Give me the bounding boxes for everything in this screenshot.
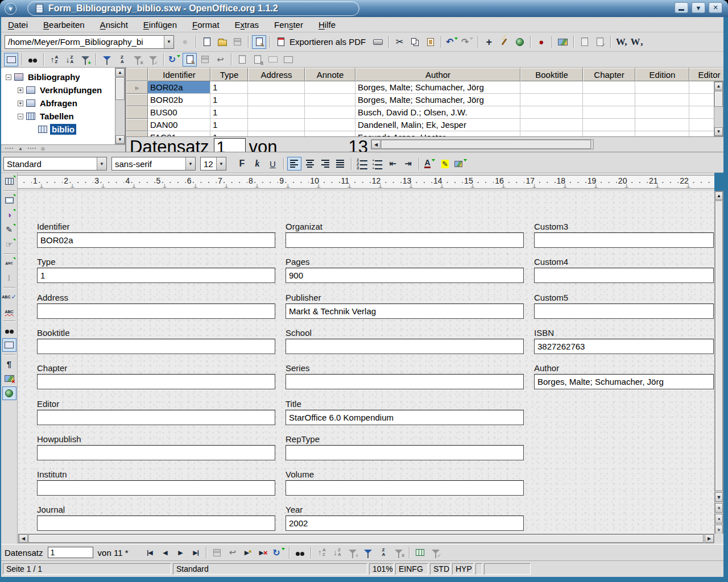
grid-cell[interactable] [248,94,305,106]
tab-stop-icon[interactable]: ⊥ [163,184,167,189]
apply-filter-icon[interactable]: ✓ [146,53,160,66]
tab-stop-icon[interactable]: ⊥ [655,184,660,189]
grid-cell[interactable] [520,106,583,119]
grid-cell[interactable]: Dandenell, Malin; Ek, Jesper [355,119,520,131]
w-icon-b[interactable]: W‚ [630,35,644,49]
grid-cell[interactable]: Borges, Malte; Schumacher, Jörg [355,94,520,106]
field-input-institutn[interactable] [37,480,275,496]
tree-expander-icon[interactable]: + [18,101,23,106]
indent-less-icon[interactable]: ⇤ [386,157,400,171]
field-input-address[interactable] [37,304,275,319]
grid-cell[interactable] [248,106,305,119]
row-header-cell[interactable] [126,131,148,136]
scroll-thumb[interactable] [381,140,591,149]
next-record-icon[interactable]: ▶ [173,546,187,559]
tree-item-label[interactable]: Tabellen [38,111,76,122]
nonprinting-icon[interactable]: ¶ [2,357,16,371]
grid-cell[interactable]: DAN00 [148,119,210,131]
grid-cell[interactable]: Busch, David D.; Olsen, J.W. [355,106,520,119]
tree-item-bibliography[interactable]: −Bibliography [1,70,115,84]
scroll-thumb[interactable] [115,77,125,100]
grid-cell[interactable]: 1 [210,81,248,94]
field-input-reptype[interactable] [286,445,524,460]
field-input-type[interactable]: 1 [37,268,275,283]
maximize-button[interactable]: ▼ [692,2,705,13]
tab-stop-icon[interactable]: ⊥ [224,184,229,189]
grid-hscrollbar[interactable]: ◀ [371,139,594,149]
grid-cell[interactable] [248,81,305,94]
toolbar-button-label[interactable]: Exportieren als PDF [289,37,366,47]
filter-icon[interactable] [100,53,114,66]
align-justify-icon[interactable] [333,157,348,171]
sort-asc-icon[interactable]: ↑AZ [315,546,329,559]
highlight-icon[interactable]: ✎ [438,157,452,171]
sort-dialog-icon[interactable]: ZA [115,53,129,66]
grid-cell[interactable]: Facundo Arena, Hector [355,131,520,136]
refresh-icon[interactable]: ↻ [167,53,181,66]
grid-cell[interactable] [520,131,583,136]
field-input-publisher[interactable]: Markt & Technik Verlag [286,304,524,319]
remove-filter-icon[interactable]: × [391,546,406,559]
scroll-down-icon[interactable]: ▼ [115,135,125,144]
draw-functions-icon[interactable]: ✎ [2,223,16,236]
insert-fields-icon[interactable]: ABC [2,256,16,270]
review-changes-icon[interactable] [577,35,592,49]
w-icon-a[interactable]: W, [614,35,628,49]
bg-color-icon[interactable] [453,157,468,171]
row-header-cell[interactable]: ▹ [126,81,148,94]
grid-cell[interactable] [583,119,635,131]
field-input-custom5[interactable] [534,304,714,319]
tree-expander-icon[interactable]: − [6,74,11,80]
grid-cell[interactable] [520,119,583,131]
grid-cell[interactable]: FAC01 [148,131,210,136]
grid-cell[interactable]: Borges, Malte; Schumacher, Jörg [355,81,520,94]
scroll-down-icon[interactable]: ▼ [714,127,723,136]
field-input-identifier[interactable]: BOR02a [37,232,275,248]
first-record-icon[interactable]: |◀ [142,546,156,559]
table-row[interactable]: BUS001Busch, David D.; Olsen, J.W. [126,106,723,119]
grid-cell[interactable] [583,81,635,94]
undo-icon[interactable]: ↶ [445,35,459,49]
table-row[interactable]: ▹BOR02a1Borges, Malte; Schumacher, Jörg [126,81,723,94]
grid-cell[interactable] [635,119,689,131]
sort-asc-icon[interactable]: ↑AZ [47,53,61,66]
scroll-down-icon[interactable]: ▼ [715,492,723,502]
tab-stop-icon[interactable]: ⊥ [470,184,475,189]
bold-icon[interactable]: F [235,157,249,171]
tree-item-tabellen[interactable]: −Tabellen [1,110,115,123]
size-dropdown-button[interactable]: ▼ [216,157,226,170]
tree-item-label[interactable]: biblio [50,124,76,135]
align-left-icon[interactable] [287,157,301,171]
data-sources-icon[interactable] [4,53,18,66]
status-page-style[interactable]: Standard [173,563,367,575]
record-number-input[interactable]: 1 [214,138,246,152]
menu-item-extras[interactable]: Extras [235,20,259,30]
grid-cell[interactable] [520,94,583,106]
grid-cell[interactable]: BOR02a [148,81,210,94]
grid-cell[interactable] [583,94,635,106]
tab-stop-icon[interactable]: ⊥ [378,184,383,189]
paste-icon[interactable] [423,35,437,49]
tab-stop-icon[interactable]: ⊥ [563,184,568,189]
data-source-doc-icon[interactable] [281,53,295,66]
column-header-editor[interactable]: Editor [689,68,723,81]
column-header-booktitle[interactable]: Booktitle [520,68,583,81]
tree-item-biblio[interactable]: biblio [1,123,115,136]
mail-merge-icon[interactable] [266,53,280,66]
grid-cell[interactable] [583,106,635,119]
row-header-cell[interactable] [126,119,148,131]
style-dropdown-button[interactable]: ▼ [97,157,106,170]
field-input-chapter[interactable] [37,374,275,389]
font-size-value[interactable]: 12 [201,159,216,169]
new-document-icon[interactable] [200,35,214,49]
last-record-icon[interactable]: ▶| [188,546,202,559]
status-page[interactable]: Seite 1 / 1 [3,563,171,575]
grid-cell[interactable]: BUS00 [148,106,210,119]
field-input-organizat[interactable] [286,232,524,248]
numbered-list-icon[interactable]: 1 ▬▬2 ▬▬3 ▬▬ [355,157,369,171]
field-input-editor[interactable] [37,410,275,425]
status-insert-mode[interactable]: EINFG [395,563,428,575]
tab-stop-icon[interactable]: ⊥ [70,184,75,189]
table-row[interactable]: DAN001Dandenell, Malin; Ek, Jesper [126,119,723,131]
column-header-author[interactable]: Author [355,68,520,81]
